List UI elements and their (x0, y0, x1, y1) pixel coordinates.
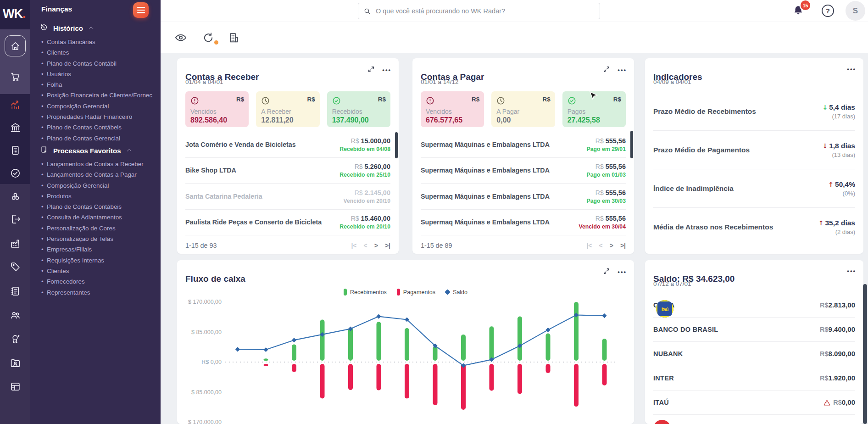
last-page-icon[interactable]: >| (385, 242, 390, 249)
account-row-nubank[interactable]: nuNUBANKR$8.090,00 (653, 342, 855, 366)
sidebar-item[interactable]: Usuários (30, 69, 161, 79)
user-avatar[interactable]: S (846, 1, 865, 21)
sidebar-item[interactable]: Empresas/Filiais (30, 244, 161, 255)
receivable-row[interactable]: Santa Catarina PedaleriaR$ 2.145,00Venci… (185, 184, 390, 210)
entity-name: Paulista Ride Peças e Conserto de Bicicl… (185, 218, 325, 226)
rail-icon-notebook[interactable] (0, 280, 30, 301)
sidebar-item[interactable]: Propriedades Radar Financeiro (30, 112, 161, 122)
payable-row[interactable]: Supermaq Máquinas e Embalagens LTDAR$ 55… (421, 158, 626, 184)
expand-icon[interactable] (603, 66, 610, 75)
alert-circle-icon (425, 96, 435, 106)
sidebar-item[interactable]: Requisições Internas (30, 255, 161, 266)
currency-label: R$ (378, 96, 386, 103)
sidebar-item[interactable]: Lançamentos de Contas a Receber (30, 159, 161, 169)
account-balance: R$8.090,00 (820, 350, 855, 358)
sidebar-item[interactable]: Composição Gerencial (30, 101, 161, 112)
rail-icon-users[interactable] (0, 304, 30, 325)
chevron-up-icon[interactable] (88, 24, 94, 32)
indicator-row: Índice de Inadimplência↑50,4%(0%) (653, 169, 855, 208)
section-historico[interactable]: Histórico (39, 23, 94, 33)
sidebar-item[interactable]: Produtos (30, 191, 161, 201)
sidebar-item[interactable]: Consulta de Adiantamentos (30, 212, 161, 223)
building-icon[interactable] (228, 31, 240, 44)
sidebar-item[interactable]: Plano de Contas Gerencial (30, 133, 161, 144)
rail-icon-award[interactable] (0, 328, 30, 349)
more-options-icon[interactable]: ••• (847, 66, 856, 73)
sidebar-item[interactable]: Personalização de Cores (30, 223, 161, 234)
section-processos-favoritos[interactable]: Processos Favoritos (39, 145, 132, 156)
next-page-icon[interactable]: > (374, 242, 378, 249)
refresh-icon[interactable] (202, 31, 215, 44)
entity-name: Santa Catarina Pedaleria (185, 193, 266, 200)
rail-icon-calculator[interactable] (0, 139, 30, 161)
first-page-icon[interactable]: |< (351, 242, 356, 249)
rail-icon-cluster[interactable] (0, 186, 30, 207)
account-balance: R$1.920,00 (820, 374, 855, 382)
badge-value: 27.425,58 (568, 116, 600, 124)
rail-icon-check-circle[interactable] (0, 162, 30, 184)
help-icon[interactable]: ? (822, 5, 834, 17)
receivable-row[interactable]: Paulista Ride Peças e Conserto de Bicicl… (185, 210, 390, 236)
sidebar-item[interactable]: Clientes (30, 47, 161, 58)
expand-icon[interactable] (367, 66, 375, 75)
search-input[interactable] (375, 3, 596, 19)
more-options-icon[interactable]: ••• (618, 67, 627, 74)
rail-icon-factory[interactable] (0, 233, 30, 254)
receivable-row[interactable]: Bike Shop LTDAR$ 5.260,00Recebido em 25/… (185, 158, 390, 184)
list-scrollbar-thumb[interactable] (395, 132, 398, 158)
currency-label: R$ (351, 215, 361, 222)
account-row-bb[interactable]: BANCO DO BRASILR$9.400,00 (653, 318, 855, 342)
last-page-icon[interactable]: >| (620, 242, 626, 249)
badge-value: 12.811,20 (261, 116, 293, 124)
sidebar-item[interactable]: Fornecedores (30, 276, 161, 287)
sidebar-item[interactable]: Posição Financeira de Clientes/Fornec (30, 90, 161, 100)
account-name: NUBANK (653, 350, 820, 357)
rail-icon-cart[interactable] (0, 66, 30, 87)
rail-icon-home[interactable] (0, 35, 30, 56)
rail-icon-folder-user[interactable] (0, 352, 30, 373)
list-scrollbar-thumb[interactable] (630, 131, 633, 158)
sidebar-item[interactable]: Personalização de Telas (30, 234, 161, 244)
account-row-caixa[interactable]: $CAIXAR$2.813,00 (653, 293, 855, 318)
payable-row[interactable]: Supermaq Máquinas e Embalagens LTDAR$ 55… (421, 184, 626, 210)
sidebar-item[interactable]: Contas Bancárias (30, 37, 161, 47)
next-page-icon[interactable]: > (610, 242, 613, 249)
rail-icon-grid[interactable] (0, 376, 30, 397)
hamburger-menu-button[interactable] (133, 2, 149, 18)
payable-row[interactable]: Supermaq Máquinas e Embalagens LTDAR$ 55… (421, 210, 626, 236)
badge-value: 892.586,40 (190, 116, 227, 124)
rail-icon-export-doc[interactable] (0, 208, 30, 229)
rail-icon-bank[interactable] (0, 117, 30, 138)
prev-page-icon[interactable]: < (599, 242, 603, 249)
sidebar-item[interactable]: Plano de Contas Contábeis (30, 201, 161, 212)
account-row-inter[interactable]: interINTERR$1.920,00 (653, 366, 855, 391)
rail-icon-tag[interactable] (0, 256, 30, 277)
first-page-icon[interactable]: |< (586, 242, 592, 249)
account-row-itau[interactable]: ItaúITAÚR$0,00 (653, 391, 855, 415)
sidebar-item[interactable]: Plano de Contas Contábil (30, 58, 161, 69)
notification-count-badge[interactable]: 15 (801, 0, 810, 10)
eye-icon[interactable] (174, 31, 187, 44)
more-options-icon[interactable]: ••• (847, 268, 856, 275)
payable-row[interactable]: Supermaq Máquinas e Embalagens LTDAR$ 55… (421, 132, 626, 158)
sidebar-item[interactable]: Plano de Contas Contábeis (30, 122, 161, 133)
prev-page-icon[interactable]: < (364, 242, 367, 249)
receivable-row[interactable]: Jota Comério e Venda de BicicletasR$ 15.… (185, 132, 390, 158)
sidebar-item[interactable]: Lançamentos de Contas a Pagar (30, 169, 161, 180)
rail-icon-chart[interactable] (0, 94, 30, 115)
chevron-up-icon[interactable] (126, 147, 132, 155)
indicator-sub-value: (2 dias) (818, 229, 855, 235)
indicator-sub-value: (17 dias) (822, 113, 855, 120)
sidebar-item[interactable]: Representantes (30, 287, 161, 298)
page-scrollbar-thumb[interactable] (863, 284, 867, 424)
more-options-icon[interactable]: ••• (382, 67, 391, 74)
sidebar-item[interactable]: Folha (30, 79, 161, 90)
sidebar-item[interactable]: Clientes (30, 266, 161, 276)
summary-badge-vencidos: R$Vencidos892.586,40 (185, 91, 249, 127)
trend-down-arrow-icon: ↓ (822, 104, 828, 111)
indicator-value: 1,8 dias (829, 142, 855, 150)
card-indicadores: Indicadores 04/09 a 04/01 ••• Prazo Médi… (645, 58, 863, 254)
status-label: Vencido em 20/10 (343, 198, 390, 204)
sidebar-item[interactable]: Composição Gerencial (30, 180, 161, 191)
svg-text:R$ 0,00: R$ 0,00 (201, 359, 222, 365)
